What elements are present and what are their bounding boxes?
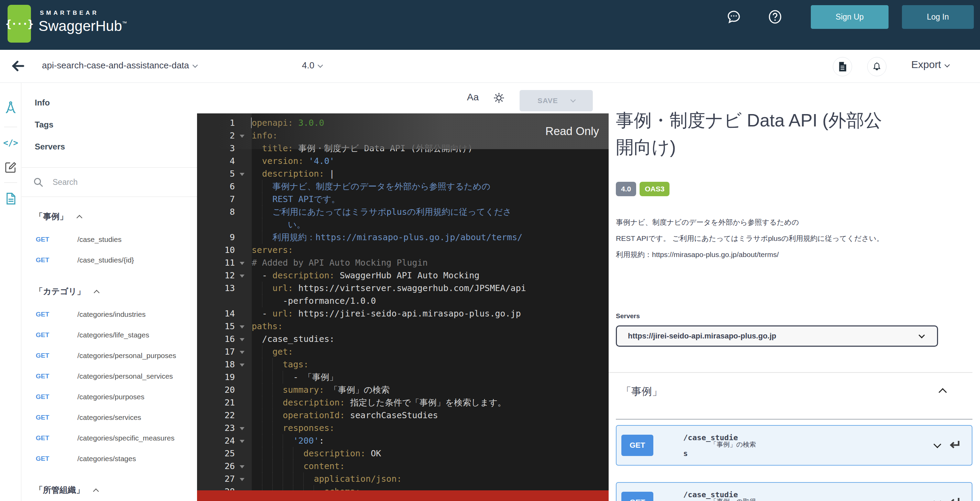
code-token: version: — [262, 156, 303, 166]
sidebar-endpoint-item[interactable]: GET/categories/life_stages — [22, 325, 197, 345]
fold-arrow-icon[interactable] — [240, 338, 245, 341]
chevron-down-icon — [571, 97, 576, 102]
search-placeholder: Search — [52, 178, 78, 187]
code-line: い。 — [197, 218, 609, 231]
code-line: 6 事例ナビ、制度ナビのデータを外部から参照するための — [197, 180, 609, 193]
api-name-dropdown[interactable]: api-search-case-and-assistance-data — [42, 60, 197, 71]
endpoint-path: /categories/services — [77, 413, 197, 422]
code-token: - — [252, 309, 272, 319]
code-line: 7 REST APIです。 — [197, 193, 609, 206]
code-text: operationId: searchCaseStudies — [252, 409, 438, 422]
code-editor-icon[interactable]: </> — [3, 135, 19, 151]
notifications-bell-icon[interactable] — [867, 57, 886, 76]
fold-arrow-icon[interactable] — [240, 478, 245, 481]
code-token: servers: — [252, 245, 293, 255]
code-token — [252, 461, 304, 471]
sidebar-search-input[interactable]: Search — [22, 168, 197, 197]
api-description-line: REST APIです。 ご利用にあたってはミラサポplusの利用規約に従ってくだ… — [616, 230, 884, 246]
fold-arrow-icon[interactable] — [240, 427, 245, 430]
sidebar-item-tags[interactable]: Tags — [22, 114, 197, 136]
api-design-icon[interactable] — [3, 99, 19, 115]
sidebar-endpoint-item[interactable]: GET/categories/industries — [22, 304, 197, 325]
sidebar-endpoint-item[interactable]: GET/categories/specific_measures — [22, 428, 197, 449]
code-token: '4.0' — [304, 156, 334, 166]
server-select[interactable]: https://jirei-seido-api.mirasapo-plus.go… — [616, 325, 938, 347]
operation-row[interactable]: GET/case_studies「事例」の検索 — [616, 425, 972, 466]
endpoint-path: /categories/purposes — [77, 393, 197, 401]
code-editor[interactable]: 1openapi: 3.0.02info:3 title: 事例・制度ナビ Da… — [197, 113, 609, 501]
documentation-icon[interactable] — [3, 191, 19, 206]
fold-arrow-icon[interactable] — [240, 173, 245, 176]
documentation-view-button[interactable] — [833, 57, 852, 76]
sidebar-nav: InfoTagsServers — [22, 83, 197, 158]
chevron-down-icon — [318, 63, 323, 68]
export-dropdown[interactable]: Export — [911, 59, 949, 70]
api-description-line: 事例ナビ、制度ナビのデータを外部から参照するための — [616, 214, 884, 230]
theme-toggle-sun-icon[interactable] — [493, 92, 505, 104]
log-in-button[interactable]: Log In — [902, 5, 974, 29]
sidebar-endpoint-item[interactable]: GET/categories/stages — [22, 449, 197, 469]
save-button[interactable]: SAVE — [520, 90, 593, 111]
search-icon — [33, 177, 44, 188]
line-number: 10 — [197, 244, 235, 256]
code-token: summary: — [283, 385, 324, 395]
fold-arrow-icon[interactable] — [240, 325, 245, 328]
collapse-section-chevron-icon[interactable] — [939, 388, 947, 396]
sidebar-endpoint-item[interactable]: GET/categories/purposes — [22, 387, 197, 407]
expand-chevron-icon[interactable] — [934, 498, 942, 501]
code-text: 利用規約：https://mirasapo-plus.go.jp/about/t… — [252, 231, 522, 244]
fold-arrow-icon[interactable] — [240, 465, 245, 468]
sidebar-endpoint-item[interactable]: GET/case_studies/{id} — [22, 250, 197, 270]
expand-chevron-icon[interactable] — [934, 441, 942, 449]
code-token: content: — [304, 461, 345, 471]
sidebar-endpoint-item[interactable]: GET/case_studies — [22, 229, 197, 250]
line-number: 26 — [197, 460, 235, 472]
http-method-label: GET — [22, 393, 77, 401]
back-arrow-icon[interactable] — [10, 57, 27, 75]
smartbear-logo[interactable]: {···} — [8, 5, 31, 43]
sidebar-item-info[interactable]: Info — [22, 92, 197, 114]
sidebar-item-servers[interactable]: Servers — [22, 136, 197, 158]
endpoint-group-heading[interactable]: 「事例」 — [22, 209, 197, 224]
fold-arrow-icon[interactable] — [240, 440, 245, 443]
sidebar-endpoint-item[interactable]: GET/categories/services — [22, 407, 197, 428]
edit-pencil-icon[interactable] — [3, 159, 19, 175]
operation-row[interactable]: GET/case_studies/{id}「事例」の取得 — [616, 482, 972, 501]
feedback-chat-icon[interactable] — [725, 9, 742, 25]
operation-summary: 「事例」の検索 — [710, 440, 756, 449]
fold-arrow-icon[interactable] — [240, 351, 245, 354]
line-number: 14 — [197, 307, 235, 320]
fold-arrow-icon[interactable] — [240, 274, 245, 277]
chevron-down-icon — [192, 63, 198, 68]
code-text: tags: — [252, 358, 309, 371]
line-number: 19 — [197, 371, 235, 384]
fold-arrow-icon[interactable] — [240, 363, 245, 367]
code-token — [252, 283, 272, 293]
code-text: paths: — [252, 320, 283, 333]
code-token: https://jirei-seido-api.mirasapo-plus.go… — [293, 309, 520, 319]
line-number: 16 — [197, 333, 235, 345]
fold-arrow-icon[interactable] — [240, 262, 245, 265]
version-dropdown[interactable]: 4.0 — [302, 60, 322, 71]
code-line: 19 - 「事例」 — [197, 371, 609, 384]
sign-up-button[interactable]: Sign Up — [811, 5, 889, 29]
endpoint-group-heading[interactable]: 「カテゴリ」 — [22, 284, 197, 299]
font-size-button[interactable]: Aa — [467, 92, 479, 103]
code-token: REST APIです。 — [252, 194, 340, 204]
code-line: 27 application/json: — [197, 472, 609, 485]
editor-toolbar: Aa SAVE — [197, 83, 609, 113]
help-icon[interactable] — [767, 9, 783, 25]
sidebar-endpoint-item[interactable]: GET/categories/personal_purposes — [22, 345, 197, 366]
deep-link-return-icon[interactable] — [947, 496, 961, 501]
line-number: 23 — [197, 422, 235, 434]
section-divider — [616, 419, 972, 420]
code-token: ご利用にあたってはミラサポplusの利用規約に従ってくださ — [252, 207, 512, 217]
code-line: 5 description: | — [197, 167, 609, 180]
endpoint-group-heading[interactable]: 「所管組織」 — [22, 482, 197, 498]
deep-link-return-icon[interactable] — [947, 439, 961, 451]
operation-summary: 「事例」の取得 — [710, 497, 756, 501]
endpoint-group-title: 「カテゴリ」 — [35, 287, 85, 296]
top-navigation-bar: {···} SMARTBEAR SwaggerHub™ Sign Up Log … — [0, 0, 980, 50]
sidebar-endpoint-item[interactable]: GET/categories/personal_services — [22, 366, 197, 387]
badge-4.0: 4.0 — [616, 182, 636, 196]
